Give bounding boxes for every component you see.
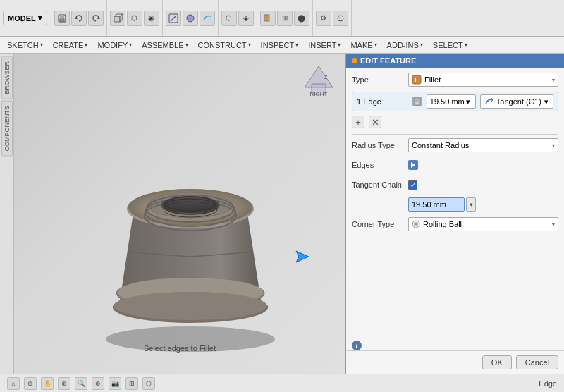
view-cube-icon[interactable] xyxy=(110,11,125,26)
solid-icon[interactable] xyxy=(183,11,198,26)
menu-inspect-label: INSPECT xyxy=(261,41,295,49)
sheet-metal-icon[interactable]: ⊞ xyxy=(277,11,293,26)
tangent-chain-value: ✓ xyxy=(408,180,558,190)
add-remove-row: + ✕ xyxy=(352,116,558,128)
object-icon[interactable]: ⬡ xyxy=(142,377,155,390)
radius-type-value: Constant Radius ▾ xyxy=(408,138,558,152)
menu-assemble-arrow: ▾ xyxy=(185,42,188,48)
edit-panel: EDIT FEATURE Type F Fillet ▾ 1 xyxy=(345,54,564,374)
display-icon[interactable]: ⬡ xyxy=(127,11,142,26)
camera-icon[interactable]: 📷 xyxy=(109,377,121,390)
surface-icon[interactable] xyxy=(200,11,215,26)
menu-select[interactable]: SELECT ▾ xyxy=(429,39,472,51)
radius-type-label: Radius Type xyxy=(352,141,408,149)
highlighted-value-text: 19.50 mm xyxy=(412,200,446,209)
edge-value-text: 19.50 mm xyxy=(430,97,465,106)
perspective-icon[interactable]: ⊕ xyxy=(92,377,104,390)
menu-insert[interactable]: INSERT ▾ xyxy=(304,39,345,51)
type-row: Type F Fillet ▾ xyxy=(352,72,558,87)
value-dropdown-button[interactable]: ▾ xyxy=(466,197,476,212)
menu-modify-arrow: ▾ xyxy=(129,42,132,48)
menu-construct-label: CONSTRUCT xyxy=(198,41,247,49)
viewport-hint: Select edges to Fillet xyxy=(144,344,216,353)
tangent-chain-checkbox[interactable]: ✓ xyxy=(408,180,417,190)
main-area: BROWSER COMPONENTS RIGHT Z xyxy=(0,54,564,374)
edge-count-text: 1 Edge xyxy=(357,97,381,106)
undo-icon[interactable] xyxy=(71,11,87,26)
menu-inspect[interactable]: INSPECT ▾ xyxy=(257,39,303,51)
svg-rect-5 xyxy=(114,16,120,22)
cancel-button[interactable]: Cancel xyxy=(516,355,558,369)
plastic-icon[interactable]: ⬤ xyxy=(294,11,309,26)
radius-type-select[interactable]: Constant Radius ▾ xyxy=(408,138,558,152)
menu-construct[interactable]: CONSTRUCT ▾ xyxy=(194,39,255,51)
freeform-icon[interactable]: ◈ xyxy=(238,11,254,26)
tangent-arrow: ▾ xyxy=(544,97,548,106)
toolbar-group-view: ⬡ ◉ xyxy=(107,0,163,36)
ok-button[interactable]: OK xyxy=(482,355,512,369)
menu-modify[interactable]: MODIFY ▾ xyxy=(93,39,136,51)
menu-addins[interactable]: ADD-INS ▾ xyxy=(383,39,427,51)
axis-indicator[interactable]: RIGHT Z xyxy=(298,59,340,102)
menu-insert-arrow: ▾ xyxy=(338,42,341,48)
corner-type-select[interactable]: Rolling Ball ▾ xyxy=(408,217,558,231)
statusbar-left-icons: ⌂ ⊕ ✋ ⊕ 🔍 ⊕ 📷 ⊞ ⬡ xyxy=(7,377,155,390)
orbit-icon[interactable]: ⊕ xyxy=(24,377,37,390)
sidebar-tab-browser[interactable]: BROWSER xyxy=(1,56,13,99)
menu-create-label: CREATE xyxy=(53,41,84,49)
toolbar-group-mesh: ⬡ ◈ xyxy=(219,0,257,36)
svg-point-42 xyxy=(414,222,418,226)
save-icon[interactable] xyxy=(54,11,70,26)
tangent-select[interactable]: Tangent (G1) ▾ xyxy=(480,94,553,109)
mesh-icon[interactable]: ⬡ xyxy=(221,11,237,26)
grid-icon[interactable]: ⊞ xyxy=(125,377,138,390)
redo-icon[interactable] xyxy=(88,11,104,26)
menubar: SKETCH ▾ CREATE ▾ MODIFY ▾ ASSEMBLE ▾ CO… xyxy=(0,37,564,54)
selection-arrow xyxy=(295,250,309,261)
info-icon[interactable]: i xyxy=(352,341,362,350)
svg-text:F: F xyxy=(415,76,419,83)
menu-assemble[interactable]: ASSEMBLE ▾ xyxy=(137,39,192,51)
menu-addins-arrow: ▾ xyxy=(420,42,423,48)
edge-value-arrow: ▾ xyxy=(466,97,470,106)
menu-select-label: SELECT xyxy=(433,41,463,49)
render-icon[interactable] xyxy=(333,11,348,26)
panel-header: EDIT FEATURE xyxy=(346,54,564,68)
insert-icon[interactable] xyxy=(260,11,276,26)
add-edge-button[interactable]: + xyxy=(352,116,364,128)
model-arrow: ▾ xyxy=(38,13,42,23)
edge-selection-row[interactable]: 1 Edge 19.50 mm ▾ Tangent (G1) ▾ xyxy=(352,92,558,111)
toolbar-group-extra: ⊞ ⬤ xyxy=(257,0,313,36)
tangent-chain-checkbox-wrapper: ✓ xyxy=(408,180,417,190)
pan-icon[interactable]: ✋ xyxy=(41,377,54,390)
cursor-select-icon xyxy=(408,160,418,170)
zoom-icon[interactable]: 🔍 xyxy=(75,377,87,390)
remove-edge-button[interactable]: ✕ xyxy=(369,116,381,128)
zoom-fit-icon[interactable]: ⊕ xyxy=(58,377,70,390)
radius-type-text: Constant Radius xyxy=(412,141,469,149)
type-value-text: Fillet xyxy=(424,75,441,84)
svg-rect-2 xyxy=(60,19,64,21)
sidebar-tab-components[interactable]: COMPONENTS xyxy=(1,101,13,157)
highlighted-input-group: 19.50 mm ▾ xyxy=(408,197,476,212)
svg-text:Z: Z xyxy=(324,75,328,80)
viewport[interactable]: RIGHT Z xyxy=(14,54,345,374)
panel-dot xyxy=(352,58,357,63)
highlighted-value: 19.50 mm ▾ xyxy=(408,197,558,212)
menu-addins-label: ADD-INS xyxy=(387,41,419,49)
simulation-icon[interactable]: ⚙ xyxy=(316,11,331,26)
model-button[interactable]: MODEL ▾ xyxy=(3,11,47,25)
sketch-icon[interactable] xyxy=(166,11,181,26)
menu-make-arrow: ▾ xyxy=(374,42,377,48)
menu-sketch[interactable]: SKETCH ▾ xyxy=(3,39,47,51)
sidebar-browser-label: BROWSER xyxy=(4,61,11,94)
type-select[interactable]: F Fillet ▾ xyxy=(408,73,558,87)
highlighted-input[interactable]: 19.50 mm xyxy=(408,197,465,212)
visual-style-icon[interactable]: ◉ xyxy=(144,11,159,26)
menu-create[interactable]: CREATE ▾ xyxy=(49,39,92,51)
home-icon[interactable]: ⌂ xyxy=(7,377,20,390)
tangent-chain-label: Tangent Chain xyxy=(352,180,408,189)
menu-make[interactable]: MAKE ▾ xyxy=(346,39,381,51)
menu-sketch-label: SKETCH xyxy=(7,41,39,49)
edge-value-input[interactable]: 19.50 mm ▾ xyxy=(427,94,476,109)
